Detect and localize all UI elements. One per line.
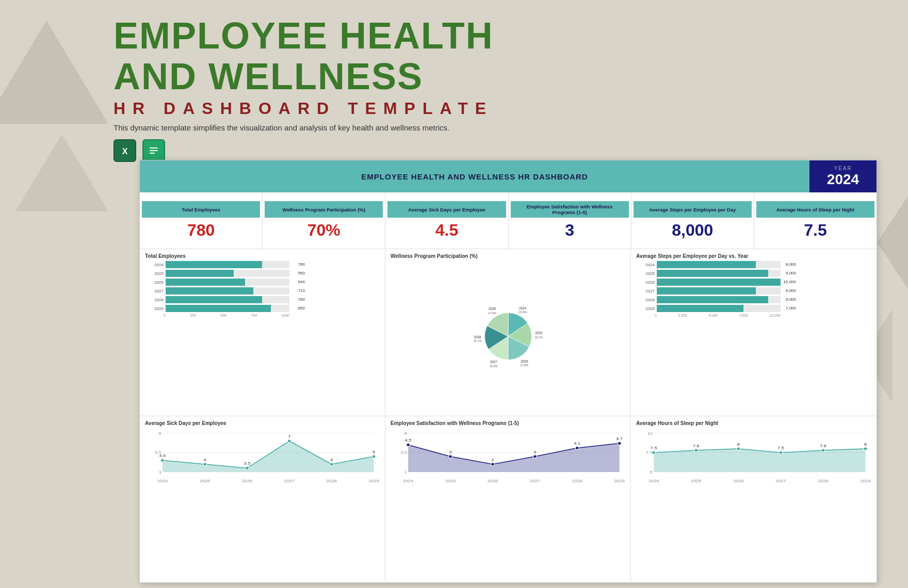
svg-text:3: 3 (159, 470, 161, 475)
kpi-label: Average Sick Days per Employee (387, 201, 506, 218)
header-section: EMPLOYEE HEALTH AND WELLNESS HR DASHBOAR… (0, 0, 908, 167)
svg-rect-5 (150, 153, 155, 154)
svg-point-52 (491, 463, 495, 466)
svg-text:2026: 2026 (521, 359, 528, 363)
svg-text:15.6%: 15.6% (489, 365, 497, 368)
svg-rect-3 (150, 148, 158, 149)
svg-text:2029: 2029 (489, 307, 496, 311)
chart-total-employees: Total Employees 2024 780 2025 550 2026 6… (140, 249, 385, 416)
svg-text:2028: 2028 (474, 335, 481, 338)
svg-point-26 (203, 463, 207, 466)
year-box: YEAR 2024 (809, 160, 877, 192)
bg-decoration-1 (0, 21, 108, 124)
svg-text:2025: 2025 (200, 479, 210, 483)
svg-text:7.5: 7.5 (777, 446, 784, 450)
chart-wellness-title: Wellness Program Participation (%) (391, 253, 625, 259)
sleep-line-chart: 57.510 7.57.887.57.88 202420252026202720… (636, 428, 871, 495)
svg-text:3: 3 (449, 450, 451, 454)
svg-text:2026: 2026 (242, 479, 252, 483)
sheets-icon[interactable] (142, 139, 165, 162)
kpi-value: 70% (307, 221, 340, 240)
svg-text:7.8: 7.8 (820, 444, 826, 448)
bg-decoration-2 (15, 134, 108, 211)
svg-text:10: 10 (647, 431, 653, 436)
svg-text:5: 5 (372, 450, 375, 454)
svg-text:4.5: 4.5 (405, 438, 412, 443)
excel-icon[interactable]: X (113, 139, 136, 162)
year-value: 2024 (827, 171, 859, 188)
svg-text:3.5: 3.5 (400, 450, 407, 455)
svg-text:4.5: 4.5 (159, 453, 166, 458)
svg-text:2024: 2024 (648, 479, 659, 483)
svg-point-24 (161, 459, 165, 462)
chart-satisfaction: Employee Satisfaction with Wellness Prog… (385, 416, 631, 583)
kpi-card-5: Average Hours of Sleep per Night7.5 (754, 192, 877, 249)
kpi-row: Total Employees780Wellness Program Parti… (140, 192, 877, 249)
svg-point-82 (864, 447, 867, 450)
svg-point-54 (533, 455, 537, 458)
svg-text:2029: 2029 (614, 479, 625, 483)
pie-chart-svg: 202415.6%202516.7%202617.8%202715.6%2028… (472, 300, 544, 372)
svg-text:2025: 2025 (535, 331, 543, 335)
svg-text:2024: 2024 (403, 479, 413, 483)
svg-text:7: 7 (288, 434, 290, 439)
satisfaction-line-chart: 13.56 4.53234.14.7 202420252026202720282… (391, 428, 625, 495)
main-title: EMPLOYEE HEALTH AND WELLNESS (113, 15, 908, 97)
kpi-label: Average Steps per Employee per Day (634, 201, 752, 218)
svg-text:17.8%: 17.8% (520, 364, 528, 367)
dashboard-title: EMPLOYEE HEALTH AND WELLNESS HR DASHBOAR… (361, 172, 588, 181)
kpi-value: 7.5 (804, 221, 826, 240)
svg-text:2024: 2024 (518, 306, 526, 309)
kpi-label: Wellness Program Participation (%) (265, 201, 383, 218)
svg-text:8: 8 (159, 431, 161, 436)
chart-sleep-title: Average Hours of Sleep per Night (636, 420, 871, 426)
svg-text:4.1: 4.1 (574, 441, 580, 446)
svg-text:2028: 2028 (327, 479, 337, 483)
charts-grid: Total Employees 2024 780 2025 550 2026 6… (140, 249, 877, 583)
kpi-label: Employee Satisfaction with Wellness Prog… (511, 201, 629, 218)
description: This dynamic template simplifies the vis… (113, 123, 908, 132)
svg-text:2029: 2029 (369, 479, 379, 483)
svg-text:2026: 2026 (733, 479, 744, 483)
chart-sick-days-title: Average Sick Days per Employee (145, 420, 380, 426)
svg-point-34 (372, 455, 376, 458)
svg-text:4: 4 (203, 458, 206, 462)
svg-text:3.5: 3.5 (244, 461, 251, 466)
svg-point-50 (449, 455, 452, 458)
chart-avg-steps: Average Steps per Employee per Day vs. Y… (631, 249, 877, 416)
svg-text:2027: 2027 (530, 479, 540, 483)
year-label: YEAR (834, 166, 852, 171)
sub-title: HR DASHBOARD TEMPLATE (113, 99, 908, 118)
svg-text:2026: 2026 (488, 479, 498, 483)
svg-text:16.7%: 16.7% (534, 335, 543, 338)
chart-sleep: Average Hours of Sleep per Night 57.510 … (631, 416, 877, 583)
svg-text:2028: 2028 (572, 479, 582, 483)
svg-point-32 (330, 463, 333, 466)
pie-container: 202415.6%202516.7%202617.8%202715.6%2028… (391, 261, 625, 411)
app-icons-row: X (113, 139, 908, 162)
kpi-card-4: Average Steps per Employee per Day8,000 (631, 192, 754, 249)
kpi-value: 3 (565, 221, 574, 240)
kpi-value: 8,000 (672, 221, 713, 240)
svg-text:2029: 2029 (860, 479, 871, 483)
svg-text:4.7: 4.7 (616, 436, 623, 441)
svg-text:1: 1 (404, 470, 407, 475)
svg-point-58 (618, 442, 621, 445)
sick-days-line-chart: 35.58 4.543.5745 20242025202620272028202… (145, 428, 380, 495)
bg-decoration-3 (877, 181, 908, 304)
svg-text:17.8%: 17.8% (488, 311, 496, 314)
kpi-label: Total Employees (142, 201, 260, 218)
svg-text:2024: 2024 (157, 479, 168, 483)
kpi-label: Average Hours of Sleep per Night (756, 201, 874, 218)
svg-text:2028: 2028 (818, 479, 829, 483)
chart-total-employees-title: Total Employees (145, 253, 380, 259)
svg-text:2027: 2027 (490, 360, 497, 364)
svg-text:3: 3 (533, 450, 536, 454)
svg-point-28 (246, 467, 249, 470)
svg-text:8: 8 (737, 442, 740, 447)
dashboard: EMPLOYEE HEALTH AND WELLNESS HR DASHBOAR… (139, 160, 877, 583)
svg-text:X: X (122, 147, 128, 156)
svg-point-48 (407, 444, 410, 447)
chart-sick-days: Average Sick Days per Employee 35.58 4.5… (140, 416, 385, 583)
svg-point-56 (575, 447, 579, 450)
